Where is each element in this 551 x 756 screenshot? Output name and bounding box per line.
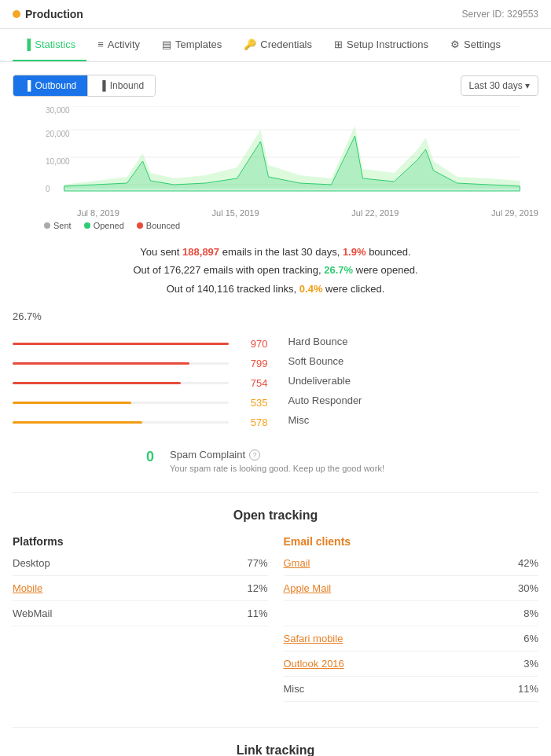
y-label-0: 0 — [46, 185, 50, 193]
bar-auto-responder — [13, 402, 131, 404]
nav-item-setup[interactable]: ⊞ Setup Instructions — [323, 29, 439, 61]
legend-bounced: Bounced — [137, 221, 180, 230]
spam-section: 0 Spam Complaint ? Your spam rate is loo… — [13, 449, 538, 473]
metrics-right: Hard Bounce Soft Bounce Undeliverable Au… — [276, 310, 539, 436]
nav-item-settings[interactable]: ⚙ Settings — [439, 29, 512, 61]
client-safari-mobile-label[interactable]: Safari mobile — [284, 633, 343, 644]
bar-soft-bounce — [13, 362, 189, 365]
outbound-button[interactable]: ▐ Outbound — [13, 75, 88, 96]
client-apple-pct: 30% — [518, 582, 538, 594]
spam-desc: Your spam rate is looking good. Keep up … — [170, 464, 538, 473]
client-misc-label: Misc — [284, 683, 305, 695]
production-label: Production — [13, 8, 83, 20]
chart-wrapper: 30,000 20,000 10,000 0 Jul 8, 2019 Jul 1… — [13, 106, 538, 221]
client-gmail-label[interactable]: Gmail — [284, 557, 310, 569]
server-id: Server ID: 329553 — [462, 9, 538, 20]
metric-label-undeliverable: Undeliverable — [288, 375, 539, 387]
email-chart — [46, 106, 538, 200]
divider2 — [13, 727, 538, 728]
y-label-20k: 20,000 — [46, 130, 70, 138]
client-safari-mobile-pct: 6% — [523, 633, 538, 644]
top-bar: Production Server ID: 329553 — [0, 0, 551, 29]
platform-webmail: WebMail 11% — [13, 607, 268, 626]
controls-row: ▐ Outbound ▐ Inbound Last 30 days ▾ — [13, 75, 538, 97]
legend-sent: Sent — [44, 221, 72, 230]
bar-hard-bounce — [13, 343, 229, 345]
nav-item-templates[interactable]: ▤ Templates — [151, 29, 233, 61]
key-icon: 🔑 — [244, 39, 256, 50]
inbound-icon: ▐ — [99, 80, 106, 91]
link-tracking-title: Link tracking — [13, 743, 538, 756]
date-range-button[interactable]: Last 30 days ▾ — [461, 75, 538, 96]
spam-right: Spam Complaint ? Your spam rate is looki… — [170, 449, 538, 473]
client-outlook-label[interactable]: Outlook 2016 — [284, 658, 344, 670]
platform-desktop-label: Desktop — [13, 557, 50, 569]
btn-group: ▐ Outbound ▐ Inbound — [13, 75, 156, 97]
bar-undeliverable — [13, 382, 181, 384]
bounced-dot — [137, 222, 143, 229]
email-clients-col: Email clients Gmail 42% Apple Mail 30% 8… — [284, 535, 539, 708]
y-label-30k: 30,000 — [46, 106, 70, 115]
platforms-col-title: Platforms — [13, 535, 268, 548]
client-outlook-pct: 3% — [523, 658, 538, 670]
nav-item-credentials[interactable]: 🔑 Credentials — [233, 29, 323, 61]
platform-mobile: Mobile 12% — [13, 582, 268, 601]
stats-line3: Out of 140,116 tracked links, 0.4% were … — [13, 280, 538, 298]
client-apple-label[interactable]: Apple Mail — [284, 582, 332, 594]
metrics-rows: 970 799 754 535 578 — [13, 338, 276, 428]
template-icon: ▤ — [162, 39, 171, 50]
client-misc-pct: 11% — [518, 683, 538, 695]
stats-text: You sent 188,897 emails in the last 30 d… — [13, 243, 538, 298]
metric-row-auto-responder: 535 — [13, 397, 276, 409]
client-apple: Apple Mail 30% — [284, 582, 539, 601]
activity-icon: ≡ — [97, 39, 104, 50]
metric-row-undeliverable: 754 — [13, 377, 276, 389]
bar-misc — [13, 421, 142, 424]
nav-item-statistics[interactable]: ▐ Statistics — [13, 29, 86, 61]
platform-webmail-pct: 11% — [247, 607, 267, 619]
metric-row-soft-bounce: 799 — [13, 358, 276, 369]
bar-chart-icon: ▐ — [24, 39, 31, 50]
platform-desktop-pct: 77% — [247, 557, 267, 569]
metric-row-hard-bounce: 970 — [13, 338, 276, 350]
info-icon[interactable]: ? — [249, 450, 260, 461]
sent-dot — [44, 222, 50, 229]
divider1 — [13, 492, 538, 493]
client-unknown-pct: 8% — [523, 607, 538, 619]
stats-line1: You sent 188,897 emails in the last 30 d… — [13, 243, 538, 261]
metric-label-hard-bounce: Hard Bounce — [288, 336, 539, 347]
opened-dot — [84, 222, 90, 229]
y-label-10k: 10,000 — [46, 157, 70, 166]
platform-desktop: Desktop 77% — [13, 557, 268, 576]
open-tracking-title: Open tracking — [13, 508, 538, 523]
nav-item-activity[interactable]: ≡ Activity — [86, 29, 151, 61]
inbound-button[interactable]: ▐ Inbound — [88, 75, 155, 96]
setup-icon: ⊞ — [334, 39, 343, 50]
client-gmail: Gmail 42% — [284, 557, 539, 576]
metric-row-misc: 578 — [13, 417, 276, 428]
chart-x-labels: Jul 8, 2019 Jul 15, 2019 Jul 22, 2019 Ju… — [46, 208, 538, 221]
outbound-icon: ▐ — [24, 80, 31, 91]
platforms-col: Platforms Desktop 77% Mobile 12% WebMail… — [13, 535, 268, 708]
spam-number: 0 — [13, 449, 170, 465]
platform-webmail-label: WebMail — [13, 607, 52, 619]
status-dot — [13, 10, 20, 18]
legend-opened: Opened — [84, 221, 124, 230]
gear-icon: ⚙ — [450, 39, 460, 50]
stats-line2: Out of 176,227 emails with open tracking… — [13, 261, 538, 279]
platform-mobile-label[interactable]: Mobile — [13, 582, 42, 594]
open-tracking-grid: Platforms Desktop 77% Mobile 12% WebMail… — [13, 535, 538, 708]
client-misc: Misc 11% — [284, 683, 539, 702]
client-unknown: 8% — [284, 607, 539, 626]
platform-mobile-pct: 12% — [247, 582, 267, 594]
email-clients-title: Email clients — [284, 535, 539, 548]
spam-label: Spam Complaint ? — [170, 449, 538, 461]
big-percent: 26.7% — [13, 310, 276, 322]
client-gmail-pct: 42% — [518, 557, 538, 569]
metrics-section: 26.7% 970 799 754 535 — [13, 310, 538, 436]
client-safari-mobile: Safari mobile 6% — [284, 633, 539, 651]
chart-legend: Sent Opened Bounced — [13, 221, 538, 230]
client-outlook: Outlook 2016 3% — [284, 658, 539, 677]
metric-label-misc: Misc — [288, 414, 539, 426]
main-content: ▐ Outbound ▐ Inbound Last 30 days ▾ 30,0… — [0, 62, 551, 756]
